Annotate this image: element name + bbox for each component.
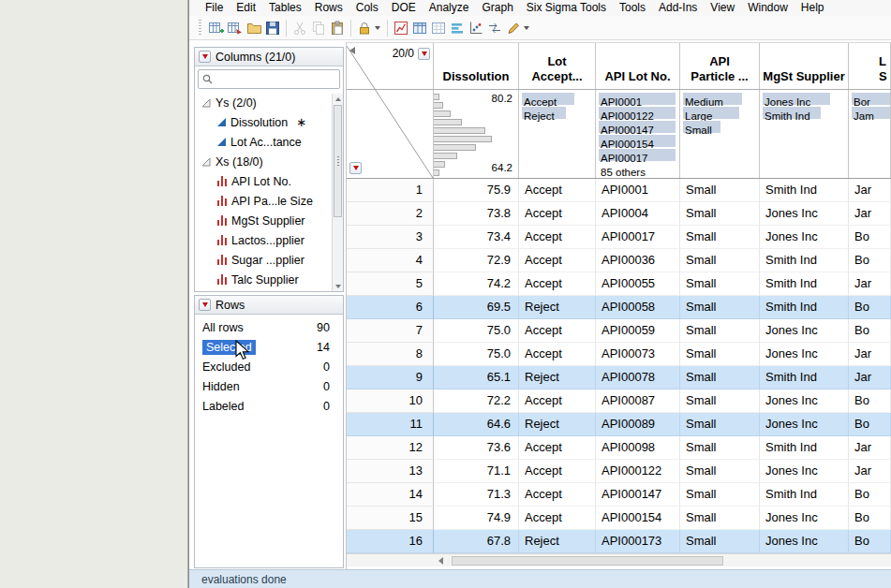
row-number-cell[interactable]: 12 xyxy=(347,436,434,460)
cell-api-lot-no[interactable]: API000147 xyxy=(596,483,680,507)
cell-api-lot-no[interactable]: API000154 xyxy=(596,507,680,530)
cell-dissolution[interactable]: 75.0 xyxy=(434,343,519,366)
rows-menu-button[interactable] xyxy=(349,162,362,174)
row-stat[interactable]: Labeled 0 xyxy=(195,396,343,416)
scatter-icon[interactable] xyxy=(467,19,485,37)
cell-lot-acceptance[interactable]: Accept xyxy=(519,460,596,483)
column-header-api-particle-size[interactable]: APIParticle ... xyxy=(680,43,760,89)
group-expander-icon[interactable] xyxy=(201,157,211,167)
cell-lactose-supplier[interactable]: Bo xyxy=(849,226,891,249)
cell-lactose-supplier[interactable]: Bo xyxy=(849,296,891,319)
histogram-bar[interactable] xyxy=(434,94,439,100)
cell-lactose-supplier[interactable]: Bo xyxy=(849,249,891,272)
cell-dissolution[interactable]: 73.6 xyxy=(434,436,519,460)
cell-mgst-supplier[interactable]: Smith Ind xyxy=(760,366,849,390)
columns-panel-menu-button[interactable] xyxy=(199,51,211,63)
cell-api-particle-size[interactable]: Small xyxy=(680,390,760,413)
cell-lactose-supplier[interactable]: Jar xyxy=(849,202,891,226)
row-stat[interactable]: Hidden 0 xyxy=(195,376,343,396)
dissolution-summary[interactable]: 80.2 64.2 xyxy=(434,90,519,178)
menu-item[interactable]: File xyxy=(199,0,230,16)
cell-lactose-supplier[interactable]: Bo xyxy=(849,413,891,436)
cell-mgst-supplier[interactable]: Smith Ind xyxy=(760,272,849,296)
row-number-cell[interactable]: 14 xyxy=(347,483,434,507)
cell-dissolution[interactable]: 73.4 xyxy=(434,226,519,249)
cell-api-particle-size[interactable]: Small xyxy=(680,483,760,507)
table-plus-icon[interactable] xyxy=(207,19,226,37)
menu-item[interactable]: Add-Ins xyxy=(652,0,704,16)
row-stat-label[interactable]: Excluded xyxy=(202,360,250,374)
cell-api-particle-size[interactable]: Small xyxy=(680,530,760,553)
toolbar-grip[interactable] xyxy=(199,20,201,37)
row-number-cell[interactable]: 15 xyxy=(347,507,434,530)
summary-category[interactable]: API0001 xyxy=(599,93,676,106)
summary-category[interactable]: Jones Inc xyxy=(763,93,845,106)
cell-api-lot-no[interactable]: API00059 xyxy=(596,319,680,343)
row-stat-label[interactable]: Selected xyxy=(202,340,256,355)
columns-menu-button[interactable] xyxy=(418,48,430,60)
column-search-box[interactable] xyxy=(198,69,340,89)
histogram-bar[interactable] xyxy=(434,119,462,125)
menu-item[interactable]: Edit xyxy=(230,0,262,16)
cell-api-lot-no[interactable]: API00073 xyxy=(596,343,680,366)
cell-api-lot-no[interactable]: API000173 xyxy=(596,530,680,553)
column-list-item[interactable]: MgSt Supplier xyxy=(195,211,343,230)
summary-category[interactable]: API000154 xyxy=(599,135,676,148)
summary-category[interactable]: API000122 xyxy=(599,107,676,120)
horizontal-scrollbar[interactable] xyxy=(347,553,891,566)
summary-category[interactable]: 85 others xyxy=(599,163,676,176)
summary-category[interactable]: Bor xyxy=(852,93,887,106)
copy-icon[interactable] xyxy=(309,19,328,37)
cell-lot-acceptance[interactable]: Accept xyxy=(519,272,596,296)
menu-item[interactable]: Help xyxy=(794,0,831,16)
cell-api-lot-no[interactable]: API00078 xyxy=(596,366,680,390)
table-arrow-icon[interactable] xyxy=(226,19,245,37)
scroll-down-arrow[interactable] xyxy=(333,281,343,291)
cell-dissolution[interactable]: 72.9 xyxy=(434,249,519,272)
columns-scrollbar-thumb[interactable] xyxy=(334,105,342,217)
cell-mgst-supplier[interactable]: Jones Inc xyxy=(760,507,849,530)
cell-lot-acceptance[interactable]: Reject xyxy=(519,530,596,553)
cell-api-particle-size[interactable]: Small xyxy=(680,507,760,530)
column-list-item[interactable]: Sugar ...pplier xyxy=(195,250,343,270)
cell-mgst-supplier[interactable]: Smith Ind xyxy=(760,249,849,272)
cell-mgst-supplier[interactable]: Jones Inc xyxy=(760,319,849,343)
cell-api-particle-size[interactable]: Small xyxy=(680,343,760,366)
cell-lot-acceptance[interactable]: Accept xyxy=(519,179,596,202)
bar-chart-icon[interactable] xyxy=(448,19,467,37)
cell-lactose-supplier[interactable]: Bo xyxy=(849,483,891,507)
cell-mgst-supplier[interactable]: Jones Inc xyxy=(760,226,849,249)
scroll-left-arrow[interactable] xyxy=(435,556,447,566)
cell-api-particle-size[interactable]: Small xyxy=(680,436,760,460)
cell-lot-acceptance[interactable]: Accept xyxy=(519,483,596,507)
cell-api-particle-size[interactable]: Small xyxy=(680,249,760,272)
row-stat-label[interactable]: All rows xyxy=(202,321,244,334)
cell-api-lot-no[interactable]: API00017 xyxy=(596,226,680,249)
summary-category[interactable]: Reject xyxy=(522,107,592,120)
cell-lactose-supplier[interactable]: Bo xyxy=(849,390,891,413)
column-list-item[interactable]: API Pa...le Size xyxy=(195,191,343,211)
cell-api-lot-no[interactable]: API00089 xyxy=(596,413,680,436)
histogram-bar[interactable] xyxy=(434,102,443,109)
histogram-bar[interactable] xyxy=(434,153,457,159)
histogram-bar[interactable] xyxy=(434,110,451,117)
histogram-bar[interactable] xyxy=(434,136,492,142)
paste-icon[interactable] xyxy=(328,19,347,37)
column-list-item[interactable]: Ys (2/0) xyxy=(195,93,343,112)
cell-api-lot-no[interactable]: API00036 xyxy=(596,249,680,272)
cell-api-lot-no[interactable]: API000122 xyxy=(596,460,680,483)
lock-icon[interactable] xyxy=(355,19,374,37)
cell-mgst-supplier[interactable]: Jones Inc xyxy=(760,343,849,366)
summary-category[interactable]: API000147 xyxy=(599,121,676,134)
row-number-cell[interactable]: 13 xyxy=(347,460,434,483)
cell-api-particle-size[interactable]: Small xyxy=(680,366,760,390)
menu-item[interactable]: Graph xyxy=(475,0,519,16)
cell-dissolution[interactable]: 71.1 xyxy=(434,460,519,483)
cell-api-lot-no[interactable]: API0004 xyxy=(596,202,680,226)
cell-dissolution[interactable]: 75.9 xyxy=(434,179,519,202)
cell-lot-acceptance[interactable]: Accept xyxy=(519,226,596,249)
grid-blue-icon[interactable] xyxy=(410,19,429,37)
scroll-up-arrow[interactable] xyxy=(333,94,343,104)
row-number-cell[interactable]: 5 xyxy=(347,272,434,296)
cell-lactose-supplier[interactable]: Jar xyxy=(849,179,891,202)
